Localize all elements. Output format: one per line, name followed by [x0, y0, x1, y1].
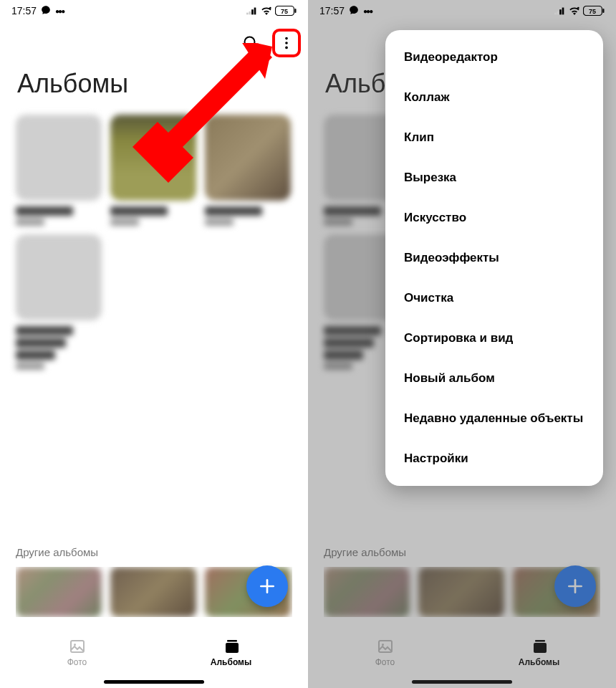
menu-clip[interactable]: Клип — [385, 118, 603, 158]
menu-cutout[interactable]: Вырезка — [385, 158, 603, 198]
page-title: Альбомы — [0, 64, 308, 115]
more-vert-icon — [279, 35, 294, 51]
svg-rect-23 — [557, 11, 559, 14]
svg-rect-34 — [535, 640, 545, 642]
home-indicator[interactable] — [104, 680, 204, 684]
menu-sort-view[interactable]: Сортировка и вид — [385, 318, 603, 358]
album-item[interactable] — [205, 115, 291, 226]
chat-icon — [41, 5, 51, 17]
home-indicator[interactable] — [412, 680, 512, 684]
menu-video-effects[interactable]: Видеоэффекты — [385, 238, 603, 278]
svg-rect-22 — [554, 13, 557, 15]
nav-albums-label: Альбомы — [519, 657, 559, 667]
nav-photo[interactable]: Фото — [308, 624, 462, 680]
album-item[interactable] — [110, 115, 196, 226]
album-thumbnail — [16, 234, 102, 320]
menu-art[interactable]: Искусство — [385, 198, 603, 238]
menu-recently-deleted[interactable]: Недавно удаленные объекты — [385, 398, 603, 439]
status-bar: 17:57 ●●● 75 — [0, 0, 308, 22]
svg-line-9 — [254, 46, 257, 49]
status-more-icon: ●●● — [363, 7, 372, 15]
menu-collage[interactable]: Коллаж — [385, 77, 603, 118]
album-thumbnail — [205, 115, 291, 201]
svg-rect-20 — [227, 640, 237, 642]
chat-icon — [349, 5, 359, 17]
wifi-icon — [261, 6, 272, 15]
svg-point-12 — [285, 47, 288, 49]
album-caption — [110, 206, 196, 226]
svg-rect-21 — [226, 643, 239, 653]
add-album-fab[interactable] — [554, 565, 596, 607]
other-album-thumb[interactable] — [324, 567, 410, 617]
other-album-thumb[interactable] — [16, 567, 102, 617]
albums-icon — [223, 638, 240, 655]
bottom-nav: Фото Альбомы — [308, 624, 616, 680]
nav-photo-label: Фото — [67, 657, 87, 667]
more-options-button[interactable] — [272, 29, 301, 57]
nav-albums-label: Альбомы — [211, 657, 251, 667]
other-album-thumb[interactable] — [418, 567, 504, 617]
signal-icon — [554, 6, 566, 15]
svg-rect-0 — [246, 13, 249, 15]
status-bar: 17:57 ●●● 75 — [308, 0, 616, 22]
svg-rect-2 — [251, 9, 254, 14]
album-thumbnail — [110, 115, 196, 201]
svg-rect-1 — [249, 11, 251, 14]
svg-rect-3 — [254, 8, 256, 15]
svg-point-26 — [577, 7, 579, 9]
svg-point-33 — [382, 644, 384, 646]
svg-rect-6 — [295, 9, 297, 13]
photo-icon — [69, 638, 86, 655]
status-time: 17:57 — [11, 5, 37, 16]
svg-text:75: 75 — [589, 8, 596, 15]
screen-left: 17:57 ●●● 75 — [0, 0, 308, 688]
albums-icon — [531, 638, 548, 655]
battery-icon: 75 — [583, 6, 605, 16]
menu-video-editor[interactable]: Видеоредактор — [385, 37, 603, 77]
nav-albums[interactable]: Альбомы — [154, 624, 308, 680]
search-icon — [242, 34, 259, 52]
plus-icon — [566, 577, 584, 596]
menu-cleanup[interactable]: Очистка — [385, 278, 603, 318]
svg-rect-28 — [603, 9, 605, 13]
add-album-fab[interactable] — [246, 565, 288, 607]
wifi-icon — [569, 6, 580, 15]
action-bar — [0, 22, 308, 64]
album-caption — [205, 206, 291, 226]
svg-text:75: 75 — [281, 8, 288, 15]
bottom-nav: Фото Альбомы — [0, 624, 308, 680]
svg-point-19 — [74, 644, 76, 646]
search-button[interactable] — [236, 29, 265, 57]
album-caption — [16, 326, 102, 370]
screen-right: 17:57 ●●● 75 Альбомы — [308, 0, 616, 688]
other-albums-title: Другие альбомы — [16, 546, 292, 558]
svg-rect-24 — [559, 9, 562, 14]
album-grid — [0, 115, 308, 370]
album-thumbnail — [16, 115, 102, 201]
svg-rect-25 — [562, 8, 564, 15]
svg-rect-35 — [534, 643, 547, 653]
other-albums-title: Другие альбомы — [324, 546, 600, 558]
nav-albums[interactable]: Альбомы — [462, 624, 616, 680]
album-item[interactable] — [16, 115, 102, 226]
overflow-menu: Видеоредактор Коллаж Клип Вырезка Искусс… — [385, 30, 603, 486]
plus-icon — [258, 577, 276, 596]
album-caption — [16, 206, 102, 226]
photo-icon — [377, 638, 394, 655]
svg-point-10 — [285, 37, 288, 40]
other-album-thumb[interactable] — [110, 567, 196, 617]
svg-point-4 — [269, 7, 271, 9]
nav-photo-label: Фото — [375, 657, 395, 667]
battery-icon: 75 — [275, 6, 297, 16]
nav-photo[interactable]: Фото — [0, 624, 154, 680]
status-more-icon: ●●● — [55, 7, 64, 15]
menu-settings[interactable]: Настройки — [385, 439, 603, 479]
signal-icon — [246, 6, 258, 15]
menu-new-album[interactable]: Новый альбом — [385, 358, 603, 398]
album-item[interactable] — [16, 234, 102, 370]
status-time: 17:57 — [319, 5, 345, 16]
svg-point-11 — [285, 42, 288, 44]
